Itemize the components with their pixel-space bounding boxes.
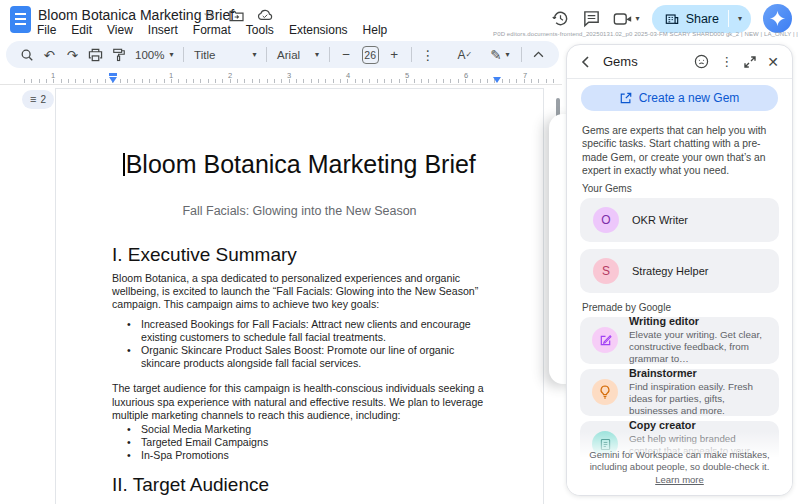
ruler-number: 5 [405, 71, 409, 80]
lightbulb-icon [592, 379, 618, 405]
gems-side-panel: Gems ⋮ ✕ Create a new Gem Gems are exper… [566, 44, 793, 496]
more-options-icon[interactable]: ⋮ [720, 54, 733, 69]
menu-insert[interactable]: Insert [148, 23, 178, 37]
move-folder-icon[interactable] [229, 9, 244, 22]
doc-heading-target-audience[interactable]: II. Target Audience [112, 474, 487, 496]
ruler-number: 1 [51, 71, 55, 80]
doc-paragraph[interactable]: Bloom Botanica, a spa dedicated to perso… [112, 272, 487, 312]
star-icon[interactable]: ☆ [203, 7, 216, 23]
undo-icon[interactable]: ↶ [38, 43, 61, 67]
pencil-square-icon [592, 327, 618, 353]
panel-title: Gems [603, 54, 683, 69]
doc-subtitle[interactable]: Fall Facials: Glowing into the New Seaso… [112, 204, 487, 218]
ruler-number: 4 [346, 71, 350, 80]
ruler-number: 6 [464, 71, 468, 80]
ruler-number: 2 [228, 71, 232, 80]
doc-bullet-list: Social Media Marketing Targeted Email Ca… [112, 423, 487, 463]
menu-extensions[interactable]: Extensions [289, 23, 348, 37]
doc-paragraph[interactable]: The target audience for this campaign is… [112, 382, 487, 422]
doc-bullet-item[interactable]: Organic Skincare Product Sales Boost: Pr… [112, 344, 487, 370]
redo-icon[interactable]: ↷ [61, 43, 84, 67]
gem-avatar: S [593, 258, 619, 284]
doc-bullet-item[interactable]: In-Spa Promotions [112, 449, 487, 462]
cloud-status-icon[interactable] [257, 9, 273, 21]
more-tools-icon[interactable]: ⋮ [416, 43, 439, 67]
learn-more-link[interactable]: Learn more [655, 474, 704, 485]
expand-icon[interactable] [744, 56, 756, 68]
pen-tool-icon[interactable]: ✎▾ [488, 43, 511, 67]
doc-bullet-item[interactable]: Social Media Marketing [112, 423, 487, 436]
text-cursor [123, 153, 125, 176]
font-family-select[interactable]: Arial▾ [272, 49, 324, 61]
menu-bar: File Edit View Insert Format Tools Exten… [37, 23, 387, 37]
doc-title-text: Bloom Botanica Marketing Brief [126, 150, 476, 178]
gem-item-brainstormer[interactable]: Brainstormer Find inspiration easily. Fr… [580, 369, 779, 416]
ruler-number: 1 [169, 71, 173, 80]
hide-menus-icon[interactable] [527, 43, 550, 67]
share-dropdown[interactable]: ▾ [729, 15, 751, 23]
gem-name: Copy creator [629, 419, 769, 431]
menu-view[interactable]: View [107, 23, 133, 37]
gem-description: Elevate your writing. Get clear, constru… [629, 329, 769, 365]
gem-item-writing-editor[interactable]: Writing editor Elevate your writing. Get… [580, 317, 779, 364]
premade-by-google-label: Premade by Google [582, 302, 777, 313]
paint-format-icon[interactable] [107, 43, 130, 67]
gem-avatar: O [593, 207, 619, 233]
version-history-icon[interactable] [551, 9, 570, 28]
join-call-button[interactable]: ▾ [613, 11, 640, 27]
share-button[interactable]: Share ▾ [652, 5, 751, 33]
first-line-indent-marker[interactable] [109, 73, 117, 76]
feedback-icon[interactable] [694, 54, 709, 69]
doc-bullet-list: Increased Bookings for Fall Facials: Att… [112, 318, 487, 371]
doc-heading-executive-summary[interactable]: I. Executive Summary [112, 244, 487, 266]
search-menus-icon[interactable] [15, 43, 38, 67]
tabs-list-icon: ≡ [30, 94, 36, 105]
close-icon[interactable]: ✕ [767, 54, 779, 70]
gem-description: Find inspiration easily. Fresh ideas for… [629, 381, 769, 417]
gem-item-okr-writer[interactable]: O OKR Writer [580, 198, 779, 242]
gem-name: Writing editor [629, 315, 769, 327]
open-in-new-icon [620, 92, 632, 104]
menu-tools[interactable]: Tools [246, 23, 274, 37]
toolbar: ↶ ↷ 100%▾ Title▾ Arial▾ − 26 + ⋮ A✓ ✎▾ [6, 41, 559, 68]
create-new-gem-button[interactable]: Create a new Gem [581, 85, 778, 111]
share-label: Share [686, 12, 719, 26]
doc-bullet-item[interactable]: Increased Bookings for Fall Facials: Att… [112, 318, 487, 344]
ruler-number: 7 [523, 71, 527, 80]
zoom-select[interactable]: 100%▾ [130, 49, 178, 61]
document-page[interactable]: Bloom Botanica Marketing Brief Fall Faci… [55, 88, 544, 504]
right-indent-marker[interactable] [493, 77, 501, 83]
gemini-button[interactable] [763, 4, 792, 33]
comment-icon[interactable] [582, 9, 601, 28]
gems-description: Gems are experts that can help you with … [582, 124, 777, 178]
gem-item-strategy-helper[interactable]: S Strategy Helper [580, 249, 779, 293]
proofread-icon[interactable]: A✓ [453, 43, 476, 67]
doc-bullet-item[interactable]: Targeted Email Campaigns [112, 436, 487, 449]
domain-lock-icon [665, 12, 679, 25]
print-icon[interactable] [84, 43, 107, 67]
gem-name: Strategy Helper [632, 265, 708, 277]
gem-name: Brainstormer [629, 367, 769, 379]
docs-logo-icon[interactable] [10, 6, 31, 33]
menu-format[interactable]: Format [193, 23, 231, 37]
paragraph-style-select[interactable]: Title▾ [189, 49, 261, 61]
build-debug-text: P0D editors.documents-frontend_20250131.… [493, 31, 798, 37]
left-indent-marker[interactable] [109, 77, 117, 83]
decrease-font-size-button[interactable]: − [335, 43, 358, 67]
increase-font-size-button[interactable]: + [383, 43, 406, 67]
ruler[interactable]: 1 1 2 3 4 5 6 7 [0, 70, 562, 85]
gemini-sparkle-icon [769, 10, 786, 27]
disclaimer-text: Gemini for Workspace can make mistakes, … [589, 449, 769, 473]
menu-edit[interactable]: Edit [71, 23, 92, 37]
doc-tabs-toggle[interactable]: ≡ 2 [22, 90, 54, 109]
doc-title-line[interactable]: Bloom Botanica Marketing Brief [112, 149, 487, 179]
gems-panel-header: Gems ⋮ ✕ [567, 45, 792, 79]
ruler-number: 3 [287, 71, 291, 80]
font-size-input[interactable]: 26 [362, 46, 379, 64]
chevron-down-icon: ▾ [636, 15, 640, 23]
menu-file[interactable]: File [37, 23, 56, 37]
menu-help[interactable]: Help [363, 23, 388, 37]
back-icon[interactable] [580, 56, 592, 68]
tabs-count-badge: 2 [40, 94, 46, 105]
your-gems-label: Your Gems [582, 183, 777, 194]
